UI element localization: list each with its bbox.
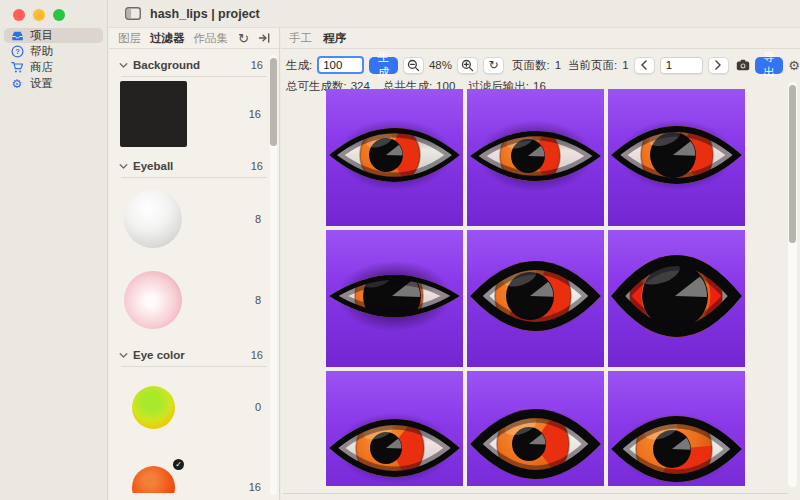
layer-item[interactable]: 8 (109, 259, 271, 340)
group-count: 16 (251, 349, 263, 361)
prev-page-button[interactable] (634, 57, 655, 74)
artwork-tile[interactable] (326, 371, 463, 486)
canvas-vertical-scrollbar[interactable] (788, 82, 797, 487)
zoom-window-button[interactable] (53, 9, 65, 21)
close-window-button[interactable] (13, 9, 25, 21)
mode-tab[interactable]: 手工 (289, 31, 312, 46)
sidebar-item-label: 帮助 (30, 44, 53, 59)
sidebar-item-label: 商店 (30, 60, 53, 75)
layers-panel: 图层过滤器作品集 ↻ Background1616Eyeball1688Eye … (109, 28, 280, 500)
layer-thumbnail[interactable]: ✓ (109, 466, 175, 494)
sidebar: 项目?帮助商店⚙设置 (0, 0, 108, 500)
app-window: { "window": { "title": "hash_lips | proj… (0, 0, 800, 500)
canvas-vertical-scrollbar-thumb[interactable] (789, 85, 796, 243)
canvas-horizontal-scrollbar[interactable] (281, 487, 800, 500)
layer-thumbnail[interactable] (109, 81, 187, 147)
refresh-canvas-button[interactable]: ↻ (483, 57, 504, 74)
layer-group-header[interactable]: Eye color16 (109, 340, 271, 364)
next-page-button[interactable] (708, 57, 729, 74)
scrollbar-track-line (283, 493, 788, 494)
main-area: 手工程序 生成: 生成 48% ↻ 页面数: 1 当前页面: 1 (281, 28, 800, 500)
page-number-input[interactable] (660, 57, 703, 74)
svg-text:?: ? (15, 47, 20, 56)
sidebar-item-gear[interactable]: ⚙设置 (4, 76, 103, 91)
thumb-ball-yellowgreen (132, 386, 175, 429)
minimize-window-button[interactable] (33, 9, 45, 21)
chevron-left-icon (640, 60, 648, 70)
generate-button[interactable]: 生成 (369, 57, 398, 74)
item-count: 0 (255, 401, 271, 413)
settings-gear-icon[interactable]: ⚙ (788, 59, 800, 72)
sidebar-item-question[interactable]: ?帮助 (4, 44, 103, 59)
question-icon: ? (10, 45, 24, 58)
artwork-tile[interactable] (467, 89, 604, 226)
chevron-down-icon (119, 163, 128, 170)
zoom-in-button[interactable] (457, 57, 478, 74)
titlebar: hash_lips | project (109, 0, 800, 28)
layer-item[interactable]: 0 (109, 367, 271, 447)
artwork-tile[interactable] (467, 371, 604, 486)
layer-item[interactable]: 16 (109, 77, 271, 151)
artwork-tile[interactable] (326, 89, 463, 226)
layer-group-name: Eyeball (133, 160, 173, 172)
layer-item[interactable]: 8 (109, 178, 271, 259)
panel-scrollbar[interactable] (270, 55, 277, 495)
thumb-sphere-white (124, 190, 182, 248)
mode-tab[interactable]: 程序 (323, 31, 346, 46)
layer-item[interactable]: ✓16 (109, 447, 271, 493)
layer-group-header[interactable]: Background16 (109, 50, 271, 74)
layer-thumbnail[interactable] (109, 386, 175, 429)
artwork-grid (326, 89, 746, 486)
thumb-square (120, 81, 187, 147)
window-controls (0, 0, 107, 21)
layer-group: Background1616 (109, 50, 271, 151)
layer-group-name: Background (133, 59, 200, 71)
layer-group: Eye color160✓16 (109, 340, 271, 493)
panel-tab[interactable]: 过滤器 (150, 31, 185, 46)
magnifier-plus-icon (461, 59, 474, 72)
cart-icon (10, 61, 24, 74)
item-count: 8 (255, 213, 271, 225)
zoom-out-button[interactable] (403, 57, 424, 74)
window-title: hash_lips | project (150, 7, 260, 21)
sidebar-nav: 项目?帮助商店⚙设置 (0, 28, 107, 91)
item-count: 8 (255, 294, 271, 306)
artwork-tile[interactable] (467, 230, 604, 367)
current-page-value: 1 (622, 59, 628, 71)
artwork-tile[interactable] (608, 371, 745, 486)
artwork-tile[interactable] (608, 230, 745, 367)
export-button[interactable]: 导出 (755, 57, 784, 74)
layer-group-header[interactable]: Eyeball16 (109, 151, 271, 175)
panel-tabs: 图层过滤器作品集 (118, 31, 228, 46)
toolbar: 生成: 生成 48% ↻ 页面数: 1 当前页面: 1 (281, 49, 800, 75)
group-count: 16 (251, 59, 263, 71)
pages-label: 页面数: (512, 58, 550, 73)
collapse-panel-icon[interactable] (258, 32, 270, 44)
current-page-label: 当前页面: (568, 58, 617, 73)
layer-list: Background1616Eyeball1688Eye color160✓16 (109, 50, 271, 493)
generate-count-input[interactable] (317, 56, 364, 74)
artwork-tile[interactable] (608, 89, 745, 226)
generate-label: 生成: (286, 58, 312, 73)
item-count: 16 (249, 481, 271, 493)
magnifier-minus-icon (407, 59, 420, 72)
chevron-down-icon (119, 352, 128, 359)
sidebar-toggle-icon[interactable] (125, 7, 141, 20)
artwork-tile[interactable] (326, 230, 463, 367)
artwork-canvas (326, 89, 746, 486)
group-count: 16 (251, 160, 263, 172)
layer-thumbnail[interactable] (109, 271, 182, 329)
panel-tab[interactable]: 图层 (118, 31, 141, 46)
chevron-down-icon (119, 62, 128, 69)
refresh-panel-icon[interactable]: ↻ (238, 32, 249, 45)
sidebar-item-cart[interactable]: 商店 (4, 60, 103, 75)
camera-icon[interactable] (736, 59, 750, 71)
panel-scrollbar-thumb[interactable] (270, 58, 277, 146)
sidebar-item-tray[interactable]: 项目 (4, 28, 103, 43)
panel-tab[interactable]: 作品集 (194, 31, 229, 46)
refresh-icon: ↻ (488, 59, 498, 71)
layer-thumbnail[interactable] (109, 190, 182, 248)
sidebar-item-label: 设置 (30, 76, 53, 91)
selected-check-icon: ✓ (173, 459, 184, 470)
layer-group: Eyeball1688 (109, 151, 271, 340)
